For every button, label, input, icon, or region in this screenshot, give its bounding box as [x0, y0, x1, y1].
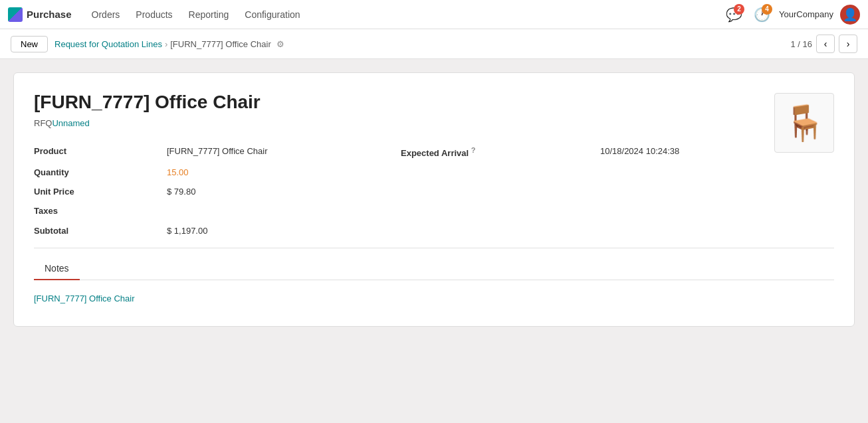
gear-icon[interactable]: ⚙	[276, 39, 284, 49]
pager-next-button[interactable]: ›	[839, 35, 857, 53]
breadcrumb-parent-link[interactable]: Request for Quotation Lines	[54, 39, 162, 49]
subtotal-value: $ 1,197.00	[167, 226, 207, 236]
rfq-value[interactable]: Unnamed	[52, 118, 89, 128]
new-button[interactable]: New	[11, 36, 48, 52]
breadcrumb-separator: ›	[165, 39, 167, 49]
pager-prev-button[interactable]: ‹	[816, 35, 835, 53]
nav-configuration[interactable]: Configuration	[238, 7, 306, 23]
unit-price-value: $ 79.80	[167, 182, 401, 201]
breadcrumb-left: New Request for Quotation Lines › [FURN_…	[11, 36, 284, 52]
nav-reporting[interactable]: Reporting	[182, 7, 236, 23]
product-label: Product	[34, 141, 167, 163]
quantity-label: Quantity	[34, 163, 167, 182]
activities-count: 4	[762, 4, 772, 15]
brand[interactable]: Purchase	[8, 7, 72, 22]
company-name[interactable]: YourCompany	[779, 9, 833, 19]
main-content: 🪑 [FURN_7777] Office Chair RFQUnnamed Pr…	[0, 59, 868, 340]
unit-price-label: Unit Price	[34, 182, 167, 201]
messages-button[interactable]: 💬 2	[723, 4, 744, 25]
product-value: [FURN_7777] Office Chair	[167, 141, 401, 163]
rfq-label: RFQ	[34, 118, 52, 128]
breadcrumb: Request for Quotation Lines › [FURN_7777…	[54, 39, 284, 49]
notes-content[interactable]: [FURN_7777] Office Chair	[34, 291, 834, 306]
fields-grid: Product [FURN_7777] Office Chair Expecte…	[34, 141, 834, 220]
record-title: [FURN_7777] Office Chair	[34, 92, 834, 113]
subtotal-row: Subtotal $ 1,197.00	[34, 226, 834, 236]
nav-orders[interactable]: Orders	[85, 7, 127, 23]
record-card: 🪑 [FURN_7777] Office Chair RFQUnnamed Pr…	[13, 72, 855, 327]
rfq-line: RFQUnnamed	[34, 118, 834, 128]
expected-arrival-help[interactable]: ?	[471, 146, 476, 154]
quantity-value: 15.00	[167, 163, 401, 182]
chair-icon: 🪑	[783, 103, 826, 143]
product-image: 🪑	[774, 93, 834, 153]
taxes-value	[167, 201, 401, 220]
subtotal-label: Subtotal	[34, 226, 167, 236]
breadcrumb-bar: New Request for Quotation Lines › [FURN_…	[0, 29, 868, 59]
tabs: Notes	[34, 258, 834, 280]
breadcrumb-right: 1 / 16 ‹ ›	[790, 35, 857, 53]
pager-text: 1 / 16	[790, 39, 812, 49]
avatar-image: 👤	[843, 7, 857, 22]
top-navigation: Purchase Orders Products Reporting Confi…	[0, 0, 868, 29]
nav-menu: Orders Products Reporting Configuration	[85, 7, 724, 23]
tab-notes[interactable]: Notes	[34, 258, 80, 280]
user-avatar[interactable]: 👤	[840, 5, 860, 25]
brand-label: Purchase	[27, 9, 72, 20]
nav-products[interactable]: Products	[129, 7, 179, 23]
expected-arrival-label: Expected Arrival ?	[401, 141, 600, 163]
divider	[34, 248, 834, 248]
messages-count: 2	[734, 4, 744, 15]
breadcrumb-current: [FURN_7777] Office Chair	[170, 39, 271, 49]
topnav-right: 💬 2 🕐 4 YourCompany 👤	[723, 4, 860, 25]
taxes-label: Taxes	[34, 201, 167, 220]
brand-icon	[8, 7, 23, 22]
activities-button[interactable]: 🕐 4	[751, 4, 772, 25]
